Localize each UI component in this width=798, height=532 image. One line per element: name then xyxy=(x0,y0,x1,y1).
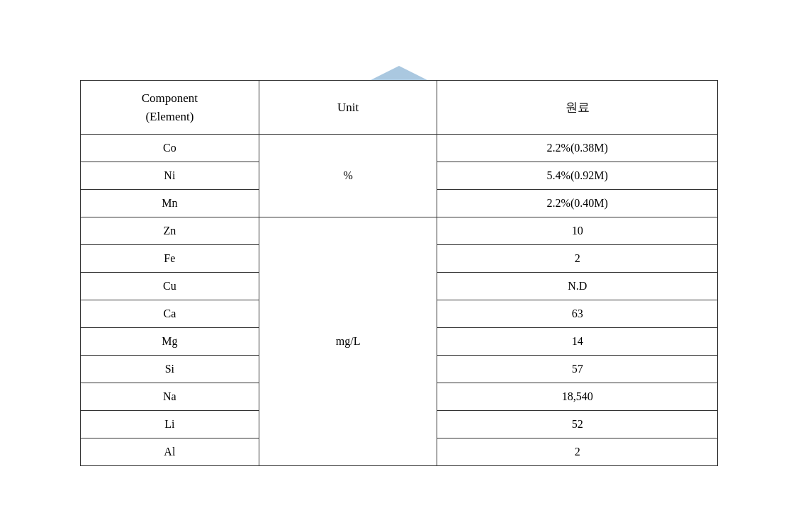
top-indicator xyxy=(80,66,718,80)
component-cell: Mn xyxy=(81,190,259,217)
page-container: Component (Element) Unit 원료 Co%2.2%(0.38… xyxy=(0,0,798,532)
material-cell: N.D xyxy=(437,273,718,300)
table-row: Co%2.2%(0.38M) xyxy=(81,135,718,162)
material-cell: 10 xyxy=(437,217,718,245)
component-cell: Ni xyxy=(81,162,259,190)
component-cell: Zn xyxy=(81,217,259,245)
material-cell: 57 xyxy=(437,356,718,383)
material-cell: 52 xyxy=(437,411,718,438)
component-cell: Al xyxy=(81,438,259,466)
material-cell: 5.4%(0.92M) xyxy=(437,162,718,190)
data-table: Component (Element) Unit 원료 Co%2.2%(0.38… xyxy=(80,80,718,466)
header-unit: Unit xyxy=(259,81,437,135)
header-material: 원료 xyxy=(437,81,718,135)
material-cell: 2.2%(0.40M) xyxy=(437,190,718,217)
table-wrapper: Component (Element) Unit 원료 Co%2.2%(0.38… xyxy=(80,66,718,466)
component-cell: Na xyxy=(81,383,259,411)
header-component: Component (Element) xyxy=(81,81,259,135)
component-cell: Fe xyxy=(81,245,259,273)
component-cell: Mg xyxy=(81,328,259,356)
component-cell: Cu xyxy=(81,273,259,300)
component-cell: Co xyxy=(81,135,259,162)
material-cell: 2 xyxy=(437,438,718,466)
triangle-shape xyxy=(371,66,427,80)
material-cell: 2 xyxy=(437,245,718,273)
component-cell: Li xyxy=(81,411,259,438)
component-cell: Si xyxy=(81,356,259,383)
material-cell: 18,540 xyxy=(437,383,718,411)
material-cell: 63 xyxy=(437,300,718,328)
material-cell: 14 xyxy=(437,328,718,356)
unit-cell: mg/L xyxy=(259,217,437,466)
unit-cell: % xyxy=(259,135,437,217)
material-cell: 2.2%(0.38M) xyxy=(437,135,718,162)
table-row: Znmg/L10 xyxy=(81,217,718,245)
component-cell: Ca xyxy=(81,300,259,328)
